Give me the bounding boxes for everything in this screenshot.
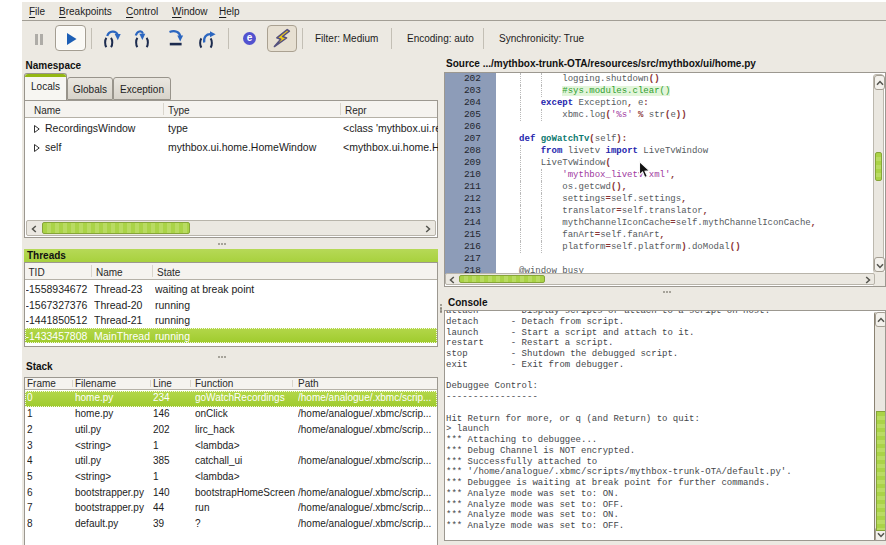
namespace-table-header[interactable]: NameTypeRepr (25, 101, 437, 118)
splitter-source-console[interactable] (663, 291, 671, 293)
scroll-up-button[interactable] (874, 75, 885, 90)
code-token: translator (498, 206, 617, 216)
code-token: livetv (562, 146, 605, 156)
namespace-table[interactable]: NameTypeRepr RecordingsWindowtype<class … (24, 100, 438, 238)
stack-cell-path: /home/analogue/.xbmc/scrip... (298, 392, 438, 403)
code-token: () (649, 74, 660, 84)
menu-file[interactable]: File (29, 6, 45, 17)
stack-row[interactable]: 8default.py39?/home/analogue/.xbmc/scrip… (25, 517, 437, 533)
code-token: self (595, 134, 617, 144)
threads-row[interactable]: -1433457808MainThreadrunning (25, 328, 437, 344)
code-token: platform (498, 242, 606, 252)
splitter-threads-stack[interactable] (218, 356, 226, 358)
encoding-icon[interactable]: e (243, 32, 256, 45)
threads-cell-tid: -1558934672 (26, 283, 93, 295)
code-text: mythChannelIconCache=self.mythChannelIco… (498, 217, 817, 229)
console-line: launch - Start a script and attach to it… (446, 328, 694, 339)
stack-row[interactable]: 2util.py202lirc_hack/home/analogue/.xbmc… (25, 423, 437, 439)
column-header-type: Type (168, 105, 190, 116)
source-hscrollbar[interactable] (445, 273, 875, 285)
stack-table[interactable]: FrameFilenameLineFunctionPath 0home.py23… (24, 377, 438, 545)
splitter-main[interactable] (440, 304, 443, 313)
code-token: 'mythbox_livetv.xml' (562, 170, 670, 180)
tab-locals[interactable]: Locals (24, 73, 67, 100)
pause-button[interactable] (35, 34, 44, 45)
scroll-up-arrow (876, 80, 884, 86)
menu-breakpoints[interactable]: Breakpoints (59, 6, 112, 17)
scroll-down-button[interactable] (874, 257, 885, 272)
console-vscroll-thumb[interactable] (876, 411, 886, 531)
console-line: *** Analyze mode was set to: ON. (446, 489, 619, 500)
stack-cell-path: /home/analogue/.xbmc/scrip... (298, 518, 438, 529)
menu-control[interactable]: Control (126, 6, 158, 17)
scroll-right-arrow[interactable] (425, 225, 431, 233)
run-to-return-button[interactable] (198, 29, 220, 49)
stack-row[interactable]: 7bootstrapper.py44run/home/analogue/.xbm… (25, 501, 437, 517)
threads-row[interactable]: -1567327376Thread-20running (25, 297, 437, 313)
stack-table-header[interactable]: FrameFilenameLineFunctionPath (25, 378, 437, 390)
stack-row[interactable]: 4util.py385catchall_ui/home/analogue/.xb… (25, 454, 437, 470)
column-header-filename: Filename (75, 378, 116, 389)
threads-row[interactable]: -1441850512Thread-21running (25, 312, 437, 328)
stack-row[interactable]: 3<string>1<lambda> (25, 439, 437, 455)
menu-help[interactable]: Help (219, 6, 240, 17)
threads-table-header[interactable]: TIDNameState (25, 263, 437, 280)
namespace-row[interactable]: RecordingsWindowtype<class 'mythbox.ui.r… (25, 119, 437, 138)
scroll-right-arrow[interactable] (865, 276, 871, 284)
namespace-hscrollbar[interactable] (26, 220, 436, 236)
analyze-button[interactable] (267, 25, 297, 52)
expander-triangle-icon[interactable] (34, 125, 40, 133)
expander-triangle-icon[interactable] (34, 144, 40, 152)
threads-table[interactable]: TIDNameState -1558934672Thread-23waiting… (24, 262, 438, 347)
stack-cell-line: 1 (153, 471, 191, 482)
code-token: settings (498, 194, 606, 204)
stack-row[interactable]: 1home.py146onClick/home/analogue/.xbmc/s… (25, 407, 437, 423)
scroll-left-arrow[interactable] (449, 276, 455, 284)
namespace-hscroll-thumb[interactable] (42, 222, 190, 234)
stack-row[interactable]: 6bootstrapper.py140bootstrapHomeScreen/h… (25, 486, 437, 502)
console-vscrollbar[interactable] (874, 312, 886, 542)
threads-cell-state: running (155, 299, 435, 311)
stack-row[interactable]: 0home.py234goWatchRecordings/home/analog… (25, 391, 437, 407)
code-token: LiveTvWindow (498, 158, 606, 168)
toolbar-separator (91, 28, 92, 49)
column-separator (72, 380, 73, 387)
step-into-button[interactable] (134, 29, 154, 49)
code-token: e (633, 98, 644, 108)
code-text: def goWatchTv(self): (498, 133, 628, 145)
console-line: ----------------- (446, 392, 538, 403)
threads-cell-tid: -1441850512 (26, 314, 93, 326)
step-over-button[interactable] (103, 29, 123, 49)
menubar-separator (22, 20, 886, 21)
source-vscroll-thumb[interactable] (875, 152, 882, 181)
source-editor[interactable]: 202 logging.shutdown()203 #sys.modules.c… (444, 72, 886, 287)
splitter-namespace-threads[interactable] (218, 243, 226, 245)
column-separator (152, 265, 153, 277)
tab-exception[interactable]: Exception (113, 77, 171, 100)
source-vscrollbar[interactable] (873, 74, 884, 273)
console-output[interactable]: attach - Display scripts or attach to a … (444, 310, 886, 541)
code-token: fanArt (498, 230, 595, 240)
stack-cell-filename: home.py (75, 408, 151, 419)
column-header-line: Line (153, 378, 172, 389)
code-token: '%s' (611, 110, 633, 120)
tab-globals[interactable]: Globals (67, 77, 113, 100)
console-line: *** Analyze mode was set to: OFF. (446, 500, 624, 511)
code-token: ): (616, 134, 627, 144)
scroll-up-button[interactable] (875, 312, 886, 327)
threads-row[interactable]: -1558934672Thread-23waiting at break poi… (25, 281, 437, 297)
play-icon (67, 33, 78, 46)
menu-window[interactable]: Window (172, 6, 208, 17)
namespace-row[interactable]: selfmythbox.ui.home.HomeWindow<mythbox.u… (25, 138, 437, 157)
line-number: 215 (445, 229, 481, 241)
source-panel-title: Source .../mythbox-trunk-OTA/resources/s… (446, 58, 756, 69)
run-button[interactable] (55, 25, 86, 51)
source-line: 203 #sys.modules.clear() (445, 85, 885, 97)
namespace-cell-name: RecordingsWindow (45, 122, 163, 134)
scroll-left-arrow[interactable] (31, 225, 37, 233)
stack-row[interactable]: 5<string>1<lambda> (25, 470, 437, 486)
step-return-button[interactable] (169, 29, 189, 49)
line-number: 209 (445, 157, 481, 169)
source-hscroll-thumb[interactable] (459, 275, 545, 283)
stack-cell-path: /home/analogue/.xbmc/scrip... (298, 502, 438, 513)
